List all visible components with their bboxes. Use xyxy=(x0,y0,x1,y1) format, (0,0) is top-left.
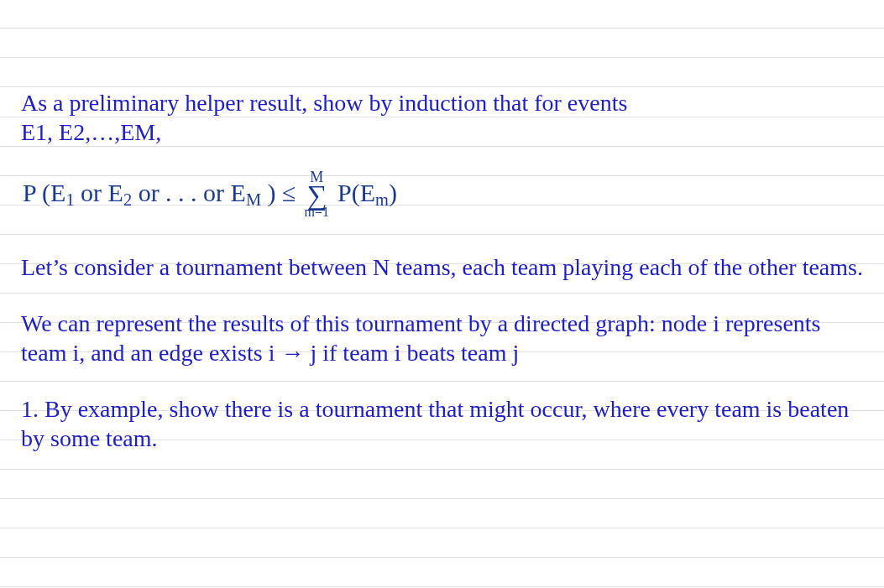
paragraph-tournament-intro: Let’s consider a tournament between N te… xyxy=(21,252,863,282)
f-or1: or E xyxy=(75,179,123,206)
f-ordots: or . . . or E xyxy=(132,179,246,206)
document-content: As a preliminary helper result, show by … xyxy=(21,88,863,453)
f-sub2: 2 xyxy=(123,190,132,209)
paragraph-directed-graph: We can represent the results of this tou… xyxy=(21,309,863,367)
sigma-symbol: ∑ xyxy=(306,184,327,206)
f-close-le: ) ≤ xyxy=(261,179,296,206)
paragraph-question-1: 1. By example, show there is a tournamen… xyxy=(21,394,863,453)
paragraph-preliminary: As a preliminary helper result, show by … xyxy=(21,88,863,147)
f-subM: M xyxy=(246,190,261,209)
formula-rhs: P(Em) xyxy=(337,179,397,210)
sigma-summation: M ∑ m=1 xyxy=(305,170,329,219)
f-rhs-sub: m xyxy=(375,190,389,209)
formula-lhs: P (E1 or E2 or . . . or EM ) ≤ xyxy=(23,179,296,210)
f-sub1: 1 xyxy=(65,190,74,209)
text-line-1: As a preliminary helper result, show by … xyxy=(21,90,627,116)
f-prefix: P (E xyxy=(23,179,65,206)
sigma-lower: m=1 xyxy=(305,206,329,218)
probability-inequality-formula: P (E1 or E2 or . . . or EM ) ≤ M ∑ m=1 P… xyxy=(21,170,863,219)
text-line-2: E1, E2,…,EM, xyxy=(21,119,161,145)
f-rhs-prefix: P(E xyxy=(337,179,375,206)
f-rhs-close: ) xyxy=(389,179,397,206)
